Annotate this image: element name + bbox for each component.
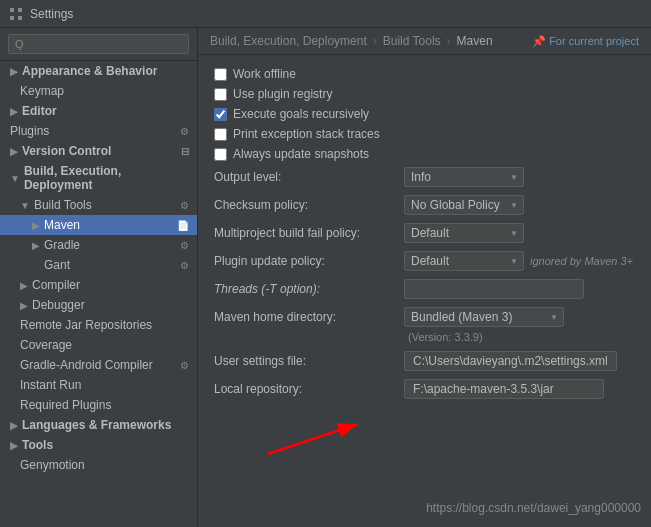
sidebar-item-label: Debugger <box>32 298 189 312</box>
field-maven-home: Maven home directory: Bundled (Maven 3) <box>214 307 635 327</box>
checkbox-print-exception[interactable]: Print exception stack traces <box>214 127 635 141</box>
breadcrumb-sep-1: › <box>373 34 377 48</box>
expand-arrow: ▶ <box>10 440 18 451</box>
sidebar-item-editor[interactable]: ▶ Editor <box>0 101 197 121</box>
field-local-repo: Local repository: F:\apache-maven-3.5.3\… <box>214 379 635 399</box>
sidebar-item-build-exec[interactable]: ▼ Build, Execution, Deployment <box>0 161 197 195</box>
expand-arrow: ▶ <box>32 240 40 251</box>
sidebar: Q ▶ Appearance & Behavior Keymap ▶ Edito… <box>0 28 198 527</box>
expand-arrow: ▼ <box>10 173 20 184</box>
sidebar-item-maven[interactable]: ▶ Maven 📄 <box>0 215 197 235</box>
sidebar-item-gradle[interactable]: ▶ Gradle ⚙ <box>0 235 197 255</box>
field-multiproject: Multiproject build fail policy: Default … <box>214 223 635 243</box>
sidebar-item-remote-jar[interactable]: Remote Jar Repositories <box>0 315 197 335</box>
plugin-update-select-wrap: Default Force Update Do Not Update <box>404 251 524 271</box>
sidebar-item-build-tools[interactable]: ▼ Build Tools ⚙ <box>0 195 197 215</box>
sidebar-item-gant[interactable]: Gant ⚙ <box>0 255 197 275</box>
sidebar-item-appearance[interactable]: ▶ Appearance & Behavior <box>0 61 197 81</box>
field-plugin-update: Plugin update policy: Default Force Upda… <box>214 251 635 271</box>
use-plugin-registry-checkbox[interactable] <box>214 88 227 101</box>
breadcrumb-part-3: Maven <box>457 34 493 48</box>
sidebar-item-instant-run[interactable]: Instant Run <box>0 375 197 395</box>
local-repo-value[interactable]: F:\apache-maven-3.5.3\jar <box>404 379 604 399</box>
sidebar-item-tools[interactable]: ▶ Tools <box>0 435 197 455</box>
multiproject-select-wrap: Default Fail At End Fail Fast Never Fail <box>404 223 524 243</box>
version-note: (Version: 3.3.9) <box>214 331 635 343</box>
always-update-checkbox[interactable] <box>214 148 227 161</box>
sidebar-item-label: Gradle-Android Compiler <box>20 358 180 372</box>
sidebar-item-label: Gradle <box>44 238 180 252</box>
execute-goals-checkbox[interactable] <box>214 108 227 121</box>
sidebar-item-keymap[interactable]: Keymap <box>0 81 197 101</box>
svg-rect-3 <box>18 16 22 20</box>
sidebar-item-vcs[interactable]: ▶ Version Control ⊟ <box>0 141 197 161</box>
svg-rect-1 <box>18 8 22 12</box>
plugin-update-control: Default Force Update Do Not Update ignor… <box>404 251 635 271</box>
sidebar-item-label: Coverage <box>20 338 189 352</box>
sidebar-item-label: Required Plugins <box>20 398 189 412</box>
maven-home-select-wrap: Bundled (Maven 3) <box>404 307 564 327</box>
breadcrumb-part-1: Build, Execution, Deployment <box>210 34 367 48</box>
file-icon: 📄 <box>177 220 189 231</box>
sidebar-item-debugger[interactable]: ▶ Debugger <box>0 295 197 315</box>
settings-small-icon: ⚙ <box>180 126 189 137</box>
checkbox-work-offline[interactable]: Work offline <box>214 67 635 81</box>
sidebar-item-label: Compiler <box>32 278 189 292</box>
arrow-annotation <box>258 414 378 467</box>
settings-icon <box>8 6 24 22</box>
field-user-settings: User settings file: C:\Users\davieyang\.… <box>214 351 635 371</box>
checksum-policy-select[interactable]: No Global Policy Fail Warn Ignore <box>404 195 524 215</box>
user-settings-value[interactable]: C:\Users\davieyang\.m2\settings.xml <box>404 351 617 371</box>
sidebar-item-label: Languages & Frameworks <box>22 418 189 432</box>
field-checksum-policy: Checksum policy: No Global Policy Fail W… <box>214 195 635 215</box>
sidebar-item-label: Maven <box>44 218 177 232</box>
print-exception-label: Print exception stack traces <box>233 127 380 141</box>
sidebar-item-gradle-android[interactable]: Gradle-Android Compiler ⚙ <box>0 355 197 375</box>
settings-small-icon: ⚙ <box>180 360 189 371</box>
settings-small-icon: ⚙ <box>180 240 189 251</box>
checkbox-always-update[interactable]: Always update snapshots <box>214 147 635 161</box>
checksum-policy-control: No Global Policy Fail Warn Ignore <box>404 195 635 215</box>
plugin-update-select[interactable]: Default Force Update Do Not Update <box>404 251 524 271</box>
output-level-control: Info Debug Warning Error <box>404 167 635 187</box>
multiproject-select[interactable]: Default Fail At End Fail Fast Never Fail <box>404 223 524 243</box>
sidebar-item-coverage[interactable]: Coverage <box>0 335 197 355</box>
search-wrap[interactable]: Q <box>8 34 189 54</box>
sidebar-item-languages[interactable]: ▶ Languages & Frameworks <box>0 415 197 435</box>
always-update-label: Always update snapshots <box>233 147 369 161</box>
threads-label: Threads (-T option): <box>214 282 404 296</box>
breadcrumb-sep-2: › <box>447 34 451 48</box>
checkbox-execute-goals[interactable]: Execute goals recursively <box>214 107 635 121</box>
field-threads: Threads (-T option): <box>214 279 635 299</box>
sidebar-item-required-plugins[interactable]: Required Plugins <box>0 395 197 415</box>
user-settings-control: C:\Users\davieyang\.m2\settings.xml <box>404 351 635 371</box>
content-panel: Build, Execution, Deployment › Build Too… <box>198 28 651 527</box>
expand-arrow: ▶ <box>32 220 40 231</box>
sidebar-item-genymotion[interactable]: Genymotion <box>0 455 197 475</box>
sidebar-item-label: Editor <box>22 104 189 118</box>
multiproject-label: Multiproject build fail policy: <box>214 226 404 240</box>
multiproject-control: Default Fail At End Fail Fast Never Fail <box>404 223 635 243</box>
settings-small-icon: ⚙ <box>180 200 189 211</box>
expand-arrow: ▶ <box>10 66 18 77</box>
sidebar-item-plugins[interactable]: Plugins ⚙ <box>0 121 197 141</box>
output-level-select-wrap: Info Debug Warning Error <box>404 167 524 187</box>
title-bar: Settings <box>0 0 651 28</box>
maven-home-select[interactable]: Bundled (Maven 3) <box>404 307 564 327</box>
settings-small-icon: ⚙ <box>180 260 189 271</box>
checkbox-use-plugin-registry[interactable]: Use plugin registry <box>214 87 635 101</box>
search-input[interactable] <box>28 37 182 51</box>
sidebar-item-label: Remote Jar Repositories <box>20 318 189 332</box>
field-output-level: Output level: Info Debug Warning Error <box>214 167 635 187</box>
sidebar-item-compiler[interactable]: ▶ Compiler <box>0 275 197 295</box>
main-container: Q ▶ Appearance & Behavior Keymap ▶ Edito… <box>0 28 651 527</box>
maven-home-label: Maven home directory: <box>214 310 404 324</box>
threads-input[interactable] <box>404 279 584 299</box>
output-level-select[interactable]: Info Debug Warning Error <box>404 167 524 187</box>
sidebar-item-label: Build Tools <box>34 198 180 212</box>
expand-arrow: ▶ <box>10 146 18 157</box>
print-exception-checkbox[interactable] <box>214 128 227 141</box>
work-offline-label: Work offline <box>233 67 296 81</box>
svg-rect-2 <box>10 16 14 20</box>
work-offline-checkbox[interactable] <box>214 68 227 81</box>
